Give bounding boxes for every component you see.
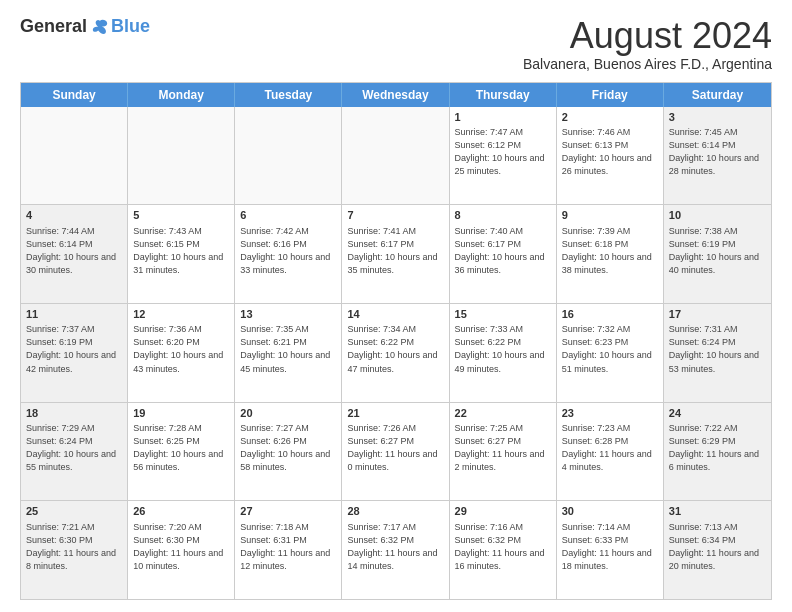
day-info: Sunrise: 7:20 AM Sunset: 6:30 PM Dayligh… xyxy=(133,521,229,573)
day-number: 15 xyxy=(455,307,551,322)
calendar: SundayMondayTuesdayWednesdayThursdayFrid… xyxy=(20,82,772,600)
day-number: 4 xyxy=(26,208,122,223)
day-info: Sunrise: 7:14 AM Sunset: 6:33 PM Dayligh… xyxy=(562,521,658,573)
day-number: 14 xyxy=(347,307,443,322)
day-info: Sunrise: 7:43 AM Sunset: 6:15 PM Dayligh… xyxy=(133,225,229,277)
day-number: 1 xyxy=(455,110,551,125)
cal-day-16: 16Sunrise: 7:32 AM Sunset: 6:23 PM Dayli… xyxy=(557,304,664,402)
day-number: 6 xyxy=(240,208,336,223)
header: General Blue August 2024 Balvanera, Buen… xyxy=(20,16,772,72)
cal-day-27: 27Sunrise: 7:18 AM Sunset: 6:31 PM Dayli… xyxy=(235,501,342,599)
day-number: 17 xyxy=(669,307,766,322)
day-info: Sunrise: 7:13 AM Sunset: 6:34 PM Dayligh… xyxy=(669,521,766,573)
calendar-row-5: 25Sunrise: 7:21 AM Sunset: 6:30 PM Dayli… xyxy=(21,501,771,599)
cal-day-14: 14Sunrise: 7:34 AM Sunset: 6:22 PM Dayli… xyxy=(342,304,449,402)
cal-day-20: 20Sunrise: 7:27 AM Sunset: 6:26 PM Dayli… xyxy=(235,403,342,501)
calendar-row-2: 4Sunrise: 7:44 AM Sunset: 6:14 PM Daylig… xyxy=(21,205,771,304)
cal-header-sunday: Sunday xyxy=(21,83,128,107)
day-number: 23 xyxy=(562,406,658,421)
day-info: Sunrise: 7:32 AM Sunset: 6:23 PM Dayligh… xyxy=(562,323,658,375)
cal-day-11: 11Sunrise: 7:37 AM Sunset: 6:19 PM Dayli… xyxy=(21,304,128,402)
day-info: Sunrise: 7:46 AM Sunset: 6:13 PM Dayligh… xyxy=(562,126,658,178)
cal-day-18: 18Sunrise: 7:29 AM Sunset: 6:24 PM Dayli… xyxy=(21,403,128,501)
day-number: 29 xyxy=(455,504,551,519)
day-number: 25 xyxy=(26,504,122,519)
calendar-row-3: 11Sunrise: 7:37 AM Sunset: 6:19 PM Dayli… xyxy=(21,304,771,403)
day-info: Sunrise: 7:41 AM Sunset: 6:17 PM Dayligh… xyxy=(347,225,443,277)
cal-day-30: 30Sunrise: 7:14 AM Sunset: 6:33 PM Dayli… xyxy=(557,501,664,599)
cal-day-13: 13Sunrise: 7:35 AM Sunset: 6:21 PM Dayli… xyxy=(235,304,342,402)
day-number: 8 xyxy=(455,208,551,223)
cal-day-1: 1Sunrise: 7:47 AM Sunset: 6:12 PM Daylig… xyxy=(450,107,557,205)
day-info: Sunrise: 7:23 AM Sunset: 6:28 PM Dayligh… xyxy=(562,422,658,474)
logo: General Blue xyxy=(20,16,150,37)
day-number: 24 xyxy=(669,406,766,421)
day-number: 13 xyxy=(240,307,336,322)
day-number: 3 xyxy=(669,110,766,125)
cal-day-26: 26Sunrise: 7:20 AM Sunset: 6:30 PM Dayli… xyxy=(128,501,235,599)
day-info: Sunrise: 7:21 AM Sunset: 6:30 PM Dayligh… xyxy=(26,521,122,573)
day-info: Sunrise: 7:28 AM Sunset: 6:25 PM Dayligh… xyxy=(133,422,229,474)
day-info: Sunrise: 7:42 AM Sunset: 6:16 PM Dayligh… xyxy=(240,225,336,277)
day-info: Sunrise: 7:31 AM Sunset: 6:24 PM Dayligh… xyxy=(669,323,766,375)
cal-day-19: 19Sunrise: 7:28 AM Sunset: 6:25 PM Dayli… xyxy=(128,403,235,501)
day-number: 18 xyxy=(26,406,122,421)
day-info: Sunrise: 7:18 AM Sunset: 6:31 PM Dayligh… xyxy=(240,521,336,573)
day-number: 28 xyxy=(347,504,443,519)
day-number: 10 xyxy=(669,208,766,223)
day-info: Sunrise: 7:40 AM Sunset: 6:17 PM Dayligh… xyxy=(455,225,551,277)
day-info: Sunrise: 7:44 AM Sunset: 6:14 PM Dayligh… xyxy=(26,225,122,277)
day-info: Sunrise: 7:27 AM Sunset: 6:26 PM Dayligh… xyxy=(240,422,336,474)
cal-day-25: 25Sunrise: 7:21 AM Sunset: 6:30 PM Dayli… xyxy=(21,501,128,599)
day-number: 22 xyxy=(455,406,551,421)
day-info: Sunrise: 7:38 AM Sunset: 6:19 PM Dayligh… xyxy=(669,225,766,277)
location-subtitle: Balvanera, Buenos Aires F.D., Argentina xyxy=(523,56,772,72)
day-number: 11 xyxy=(26,307,122,322)
logo-blue-text: Blue xyxy=(111,16,150,37)
cal-day-6: 6Sunrise: 7:42 AM Sunset: 6:16 PM Daylig… xyxy=(235,205,342,303)
cal-day-9: 9Sunrise: 7:39 AM Sunset: 6:18 PM Daylig… xyxy=(557,205,664,303)
day-info: Sunrise: 7:45 AM Sunset: 6:14 PM Dayligh… xyxy=(669,126,766,178)
cal-day-2: 2Sunrise: 7:46 AM Sunset: 6:13 PM Daylig… xyxy=(557,107,664,205)
cal-day-23: 23Sunrise: 7:23 AM Sunset: 6:28 PM Dayli… xyxy=(557,403,664,501)
cal-day-31: 31Sunrise: 7:13 AM Sunset: 6:34 PM Dayli… xyxy=(664,501,771,599)
cal-day-15: 15Sunrise: 7:33 AM Sunset: 6:22 PM Dayli… xyxy=(450,304,557,402)
cal-day-28: 28Sunrise: 7:17 AM Sunset: 6:32 PM Dayli… xyxy=(342,501,449,599)
calendar-header-row: SundayMondayTuesdayWednesdayThursdayFrid… xyxy=(21,83,771,107)
cal-day-8: 8Sunrise: 7:40 AM Sunset: 6:17 PM Daylig… xyxy=(450,205,557,303)
cal-day-22: 22Sunrise: 7:25 AM Sunset: 6:27 PM Dayli… xyxy=(450,403,557,501)
cal-day-17: 17Sunrise: 7:31 AM Sunset: 6:24 PM Dayli… xyxy=(664,304,771,402)
cal-day-4: 4Sunrise: 7:44 AM Sunset: 6:14 PM Daylig… xyxy=(21,205,128,303)
cal-empty-cell xyxy=(235,107,342,205)
cal-empty-cell xyxy=(128,107,235,205)
day-number: 2 xyxy=(562,110,658,125)
cal-day-7: 7Sunrise: 7:41 AM Sunset: 6:17 PM Daylig… xyxy=(342,205,449,303)
day-info: Sunrise: 7:25 AM Sunset: 6:27 PM Dayligh… xyxy=(455,422,551,474)
day-info: Sunrise: 7:26 AM Sunset: 6:27 PM Dayligh… xyxy=(347,422,443,474)
cal-header-monday: Monday xyxy=(128,83,235,107)
day-number: 19 xyxy=(133,406,229,421)
cal-header-saturday: Saturday xyxy=(664,83,771,107)
calendar-body: 1Sunrise: 7:47 AM Sunset: 6:12 PM Daylig… xyxy=(21,107,771,599)
cal-empty-cell xyxy=(342,107,449,205)
cal-day-24: 24Sunrise: 7:22 AM Sunset: 6:29 PM Dayli… xyxy=(664,403,771,501)
cal-header-friday: Friday xyxy=(557,83,664,107)
page: General Blue August 2024 Balvanera, Buen… xyxy=(0,0,792,612)
day-number: 20 xyxy=(240,406,336,421)
day-info: Sunrise: 7:17 AM Sunset: 6:32 PM Dayligh… xyxy=(347,521,443,573)
day-info: Sunrise: 7:35 AM Sunset: 6:21 PM Dayligh… xyxy=(240,323,336,375)
day-info: Sunrise: 7:16 AM Sunset: 6:32 PM Dayligh… xyxy=(455,521,551,573)
day-number: 7 xyxy=(347,208,443,223)
day-info: Sunrise: 7:37 AM Sunset: 6:19 PM Dayligh… xyxy=(26,323,122,375)
day-number: 16 xyxy=(562,307,658,322)
cal-empty-cell xyxy=(21,107,128,205)
day-number: 12 xyxy=(133,307,229,322)
day-number: 26 xyxy=(133,504,229,519)
day-number: 5 xyxy=(133,208,229,223)
logo-bird-icon xyxy=(91,18,109,36)
day-number: 31 xyxy=(669,504,766,519)
cal-day-21: 21Sunrise: 7:26 AM Sunset: 6:27 PM Dayli… xyxy=(342,403,449,501)
day-number: 21 xyxy=(347,406,443,421)
day-info: Sunrise: 7:34 AM Sunset: 6:22 PM Dayligh… xyxy=(347,323,443,375)
day-info: Sunrise: 7:36 AM Sunset: 6:20 PM Dayligh… xyxy=(133,323,229,375)
